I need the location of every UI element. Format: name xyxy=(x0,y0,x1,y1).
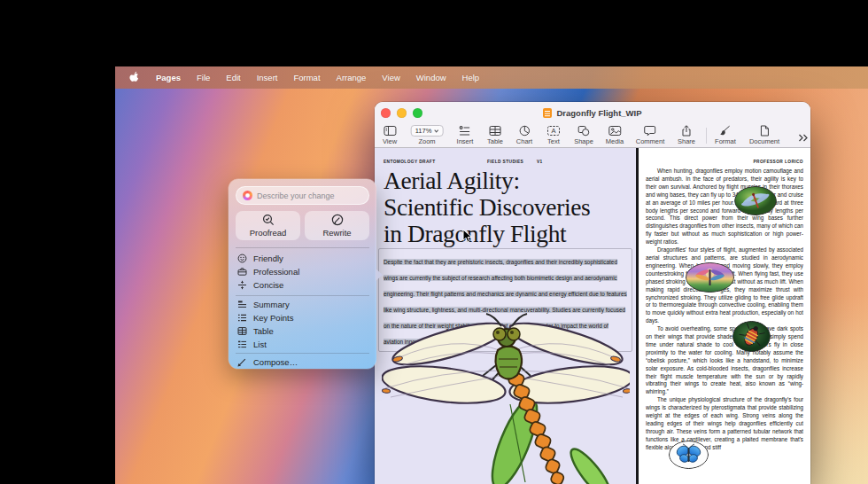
paragraph-1: When hunting, dragonflies employ motion … xyxy=(646,168,803,246)
compress-lines-icon xyxy=(237,280,247,290)
photo-icon xyxy=(608,125,622,137)
pencil-icon xyxy=(237,357,247,367)
pages-window: Dragonfly Flight_WIP View 117% Zoom Inse… xyxy=(375,102,810,484)
menu-format[interactable]: Format xyxy=(293,73,320,82)
mouse-cursor xyxy=(462,229,473,244)
menu-window[interactable]: Window xyxy=(416,73,446,82)
menu-item-professional[interactable]: Professional xyxy=(237,265,369,278)
table-grid-icon xyxy=(237,326,247,336)
toolbar-zoom-control[interactable]: 117% Zoom xyxy=(411,125,444,145)
eyebrow-field-studies: FIELD STUDIES xyxy=(487,160,523,164)
menu-arrange[interactable]: Arrange xyxy=(337,73,367,82)
menu-file[interactable]: File xyxy=(197,73,210,82)
menu-bar: Pages File Edit Insert Format Arrange Vi… xyxy=(115,66,868,89)
menu-item-key-points[interactable]: Key Points xyxy=(237,311,369,324)
menu-edit[interactable]: Edit xyxy=(226,73,240,82)
toolbar-comment-button[interactable]: Comment xyxy=(636,125,665,145)
menu-view[interactable]: View xyxy=(382,73,399,82)
menu-item-friendly[interactable]: Friendly xyxy=(237,252,369,265)
desktop: Pages File Edit Insert Format Arrange Vi… xyxy=(115,66,868,484)
toolbar-share-button[interactable]: Share xyxy=(678,125,695,145)
popover-divider-2 xyxy=(236,295,369,296)
popover-divider-3 xyxy=(236,353,369,354)
menu-item-summary[interactable]: Summary xyxy=(237,298,369,311)
toolbar-table-button[interactable]: Table xyxy=(487,125,503,145)
toolbar-insert-button[interactable]: Insert xyxy=(457,125,474,145)
popover-divider xyxy=(236,247,369,248)
toolbar-overflow-button[interactable] xyxy=(798,129,809,145)
beetle-photo-oval[interactable] xyxy=(732,321,771,352)
magnifier-check-icon xyxy=(262,214,275,226)
menu-item-list[interactable]: List xyxy=(237,338,369,351)
toolbar-text-button[interactable]: A Text xyxy=(547,125,561,145)
popover-arrow xyxy=(376,269,383,281)
menu-help[interactable]: Help xyxy=(462,73,480,82)
paragraph-3: To avoid overheating, some species also … xyxy=(646,325,803,396)
window-title: Dragonfly Flight_WIP xyxy=(556,108,641,118)
writing-tools-popover: Describe your change Proofread Rewrite F… xyxy=(229,179,376,369)
paragraph-4: The unique physiological structure of th… xyxy=(646,396,803,451)
bullet-list-icon xyxy=(237,313,247,323)
rewrite-button[interactable]: Rewrite xyxy=(305,211,369,240)
toolbar-media-button[interactable]: Media xyxy=(606,125,624,145)
speech-bubble-icon xyxy=(644,125,656,137)
menu-app-pages[interactable]: Pages xyxy=(156,73,181,82)
double-chevron-right-icon xyxy=(798,134,809,142)
menu-item-compose[interactable]: Compose… xyxy=(237,355,369,369)
paintbrush-icon xyxy=(719,125,731,137)
sidebar-icon xyxy=(384,125,397,137)
toolbar-format-button[interactable]: Format xyxy=(715,125,736,145)
shapes-icon xyxy=(577,125,590,137)
zoom-value: 117% xyxy=(415,127,432,135)
table-icon xyxy=(489,125,501,137)
dragonfly-illustration[interactable] xyxy=(382,304,630,484)
apple-logo-icon xyxy=(129,71,140,82)
proofread-button[interactable]: Proofread xyxy=(236,211,300,240)
pie-chart-icon xyxy=(519,125,531,137)
page-header-author: PROFESSOR LORICO xyxy=(753,160,803,164)
insert-icon xyxy=(459,125,471,137)
dragonfly-photo-oval[interactable] xyxy=(734,186,777,215)
input-placeholder: Describe your change xyxy=(257,191,335,200)
document-canvas[interactable]: ENTOMOLOGY DRAFT FIELD STUDIES V1 Aerial… xyxy=(375,148,810,484)
title-bar[interactable]: Dragonfly Flight_WIP xyxy=(375,102,810,124)
eyebrow-version: V1 xyxy=(537,160,543,164)
chevron-down-icon xyxy=(433,129,438,133)
indent-list-icon xyxy=(237,340,247,349)
dragonfly-art-oval[interactable] xyxy=(686,262,734,293)
toolbar: View 117% Zoom Insert Table Chart xyxy=(375,124,810,148)
toolbar-divider xyxy=(706,128,707,144)
briefcase-icon xyxy=(237,267,247,277)
apple-intelligence-icon xyxy=(243,191,252,200)
page-icon xyxy=(760,125,770,137)
summary-lines-icon xyxy=(237,300,247,309)
eyebrow-entomology: ENTOMOLOGY DRAFT xyxy=(384,160,435,164)
smiley-icon xyxy=(237,254,247,263)
menu-item-concise[interactable]: Concise xyxy=(237,278,369,292)
document-page-right[interactable]: PROFESSOR LORICO When hunting, dragonfli… xyxy=(639,148,810,484)
toolbar-view-button[interactable]: View xyxy=(383,125,397,145)
article-body: When hunting, dragonflies employ motion … xyxy=(646,168,803,484)
document-file-icon xyxy=(543,108,552,118)
text-box-icon: A xyxy=(547,125,561,137)
menu-insert[interactable]: Insert xyxy=(257,73,278,82)
document-page-left[interactable]: ENTOMOLOGY DRAFT FIELD STUDIES V1 Aerial… xyxy=(375,148,636,484)
pencil-circle-icon xyxy=(331,214,344,226)
describe-change-input[interactable]: Describe your change xyxy=(236,186,369,205)
menu-item-table[interactable]: Table xyxy=(237,324,369,338)
toolbar-document-button[interactable]: Document xyxy=(749,125,779,145)
article-title: Aerial Agility: Scientific Discoveries i… xyxy=(384,168,590,247)
svg-text:A: A xyxy=(551,127,555,135)
toolbar-shape-button[interactable]: Shape xyxy=(574,125,593,145)
toolbar-chart-button[interactable]: Chart xyxy=(516,125,532,145)
apple-menu[interactable] xyxy=(129,71,140,84)
share-icon xyxy=(681,125,692,137)
butterfly-photo-oval[interactable] xyxy=(669,441,709,469)
